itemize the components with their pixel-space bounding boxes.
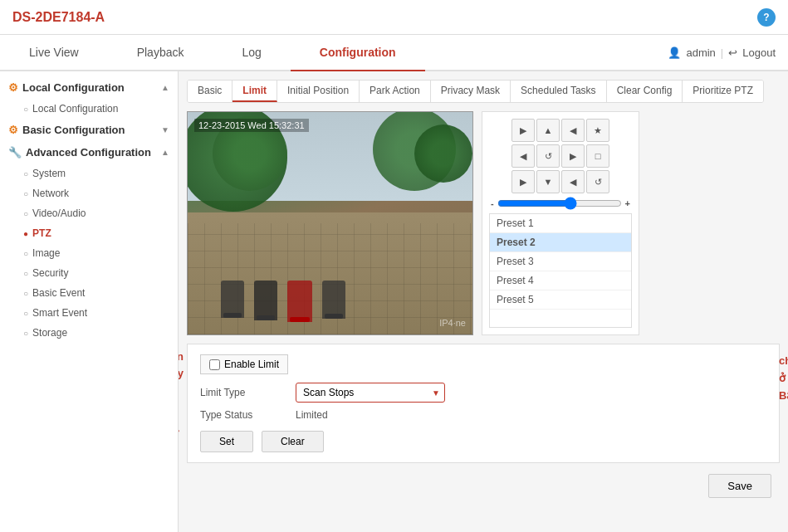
sidebar-section-local[interactable]: ⚙ Local Configuration ▲ [0, 76, 178, 99]
tab-live-view[interactable]: Live View [0, 35, 108, 71]
nav-tabs: Live View Playback Log Configuration 👤 a… [0, 35, 788, 71]
sidebar-section-advanced-label: Advanced Configuration [26, 146, 151, 159]
sidebar-item-security[interactable]: ○ Security [0, 263, 178, 283]
ptz-right2-btn[interactable]: ▶ [511, 170, 535, 193]
sidebar-item-storage[interactable]: ○ Storage [0, 323, 178, 343]
sidebar-item-smart-event[interactable]: ○ Smart Event [0, 303, 178, 323]
sidebar-item-local-config[interactable]: ○ Local Configuration [0, 99, 178, 119]
camera-watermark: IP4·ne [439, 318, 466, 328]
ptz-left2-btn[interactable]: ◀ [561, 170, 585, 193]
preset-item-5[interactable]: Preset 5 [490, 290, 631, 310]
zoom-slider[interactable] [497, 198, 622, 208]
ptz-panel: ▶ ▲ ◀ ★ ◀ ↺ ▶ □ ▶ ▼ ◀ ↺ [482, 111, 639, 335]
sub-tab-scheduled-tasks[interactable]: Scheduled Tasks [511, 81, 607, 102]
ptz-menu-btn[interactable]: □ [586, 144, 609, 168]
sidebar-item-video-audio[interactable]: ○ Video/Audio [0, 203, 178, 223]
annotation-left-arrow: Bật tính năng giới hạn góc quay ↘ [179, 349, 184, 404]
ptz-auto-btn[interactable]: ↺ [536, 144, 560, 168]
camera-feed: 12-23-2015 Wed 15:32:31 [187, 111, 473, 335]
arrow-up-icon: ▲ [161, 83, 169, 92]
ptz-down-btn[interactable]: ▼ [536, 170, 560, 193]
preset-item-1[interactable]: Preset 1 [490, 214, 631, 233]
arrow-up2-icon: ▲ [161, 148, 169, 157]
ptz-up-btn[interactable]: ▲ [536, 119, 560, 142]
basic-config-icon: ⚙ [8, 124, 18, 136]
sidebar-section-basic[interactable]: ⚙ Basic Configuration ▼ [0, 119, 178, 141]
logout-link[interactable]: Logout [742, 46, 776, 59]
zoom-minus-icon: - [491, 198, 494, 208]
tab-playback[interactable]: Playback [108, 35, 213, 71]
arrow-down-icon: ▼ [161, 125, 169, 134]
sub-tabs: Basic Limit Initial Position Park Action… [187, 80, 764, 103]
camera-timestamp: 12-23-2015 Wed 15:32:31 [194, 119, 309, 132]
zoom-bar: - + [489, 198, 632, 208]
limit-type-label: Limit Type [200, 387, 283, 398]
sidebar-item-basic-event[interactable]: ○ Basic Event [0, 283, 178, 303]
sub-tab-basic[interactable]: Basic [188, 81, 232, 102]
sidebar-item-system[interactable]: ○ System [0, 164, 178, 183]
save-button[interactable]: Save [708, 474, 771, 498]
type-status-value: Limited [296, 409, 328, 421]
sidebar-item-image[interactable]: ○ Image [0, 243, 178, 263]
sub-tab-privacy-mask[interactable]: Privacy Mask [431, 81, 511, 102]
enable-limit-label: Enable Limit [224, 359, 279, 370]
sidebar-section-basic-label: Basic Configuration [22, 124, 125, 136]
ptz-right-btn[interactable]: ▶ [511, 119, 535, 142]
annotation-right-text: chọn giới hạn khi ở chế độ quét ( scan) … [779, 353, 788, 404]
set-button[interactable]: Set [200, 431, 253, 452]
scan-stops-select-wrapper: Scan Stops Pan Limit Tilt Limit ▼ [296, 383, 445, 403]
sub-tab-initial-position[interactable]: Initial Position [277, 81, 360, 102]
content-area: Basic Limit Initial Position Park Action… [179, 71, 788, 532]
top-bar: DS-2DE7184-A ? [0, 0, 788, 35]
sub-tab-park-action[interactable]: Park Action [360, 81, 431, 102]
tab-log[interactable]: Log [213, 35, 290, 71]
enable-limit-checkbox-label[interactable]: Enable Limit [200, 354, 288, 374]
sidebar-section-advanced[interactable]: 🔧 Advanced Configuration ▲ [0, 141, 178, 164]
preset-list: Preset 1 Preset 2 Preset 3 Preset 4 Pres… [489, 213, 632, 328]
enable-limit-checkbox[interactable] [209, 359, 220, 370]
ptz-pan-left-btn[interactable]: ◀ [511, 144, 535, 168]
advanced-config-icon: 🔧 [8, 146, 22, 159]
type-status-label: Type Status [200, 409, 283, 421]
preset-item-3[interactable]: Preset 3 [490, 252, 631, 271]
ptz-stop-btn[interactable]: ↺ [586, 170, 609, 193]
ptz-left-btn[interactable]: ◀ [561, 119, 585, 142]
sidebar-item-ptz[interactable]: ● PTZ [0, 223, 178, 243]
user-icon: 👤 [668, 46, 681, 59]
sidebar-section-local-label: Local Configuration [22, 81, 125, 94]
preset-item-2[interactable]: Preset 2 [490, 233, 631, 252]
limit-type-select[interactable]: Scan Stops Pan Limit Tilt Limit [296, 383, 445, 403]
tab-configuration[interactable]: Configuration [291, 35, 425, 71]
sub-tab-clear-config[interactable]: Clear Config [607, 81, 683, 102]
sidebar: ⚙ Local Configuration ▲ ○ Local Configur… [0, 71, 179, 532]
zoom-plus-icon: + [625, 198, 630, 208]
clear-button[interactable]: Clear [262, 431, 324, 452]
username: admin [686, 46, 715, 59]
preset-item-4[interactable]: Preset 4 [490, 271, 631, 290]
ptz-pan-right-btn[interactable]: ▶ [561, 144, 585, 168]
sub-tab-limit[interactable]: Limit [232, 81, 277, 102]
help-icon[interactable]: ? [757, 8, 776, 27]
limit-config-section: Enable Limit Limit Type Scan Stops Pan L… [187, 344, 780, 463]
ptz-preset-icon-btn[interactable]: ★ [586, 119, 609, 142]
logout-icon: ↩ [728, 46, 737, 59]
device-title: DS-2DE7184-A [12, 10, 105, 25]
sidebar-item-network[interactable]: ○ Network [0, 183, 178, 203]
sub-tab-prioritize-ptz[interactable]: Prioritize PTZ [683, 81, 763, 102]
local-config-icon: ⚙ [8, 81, 18, 94]
